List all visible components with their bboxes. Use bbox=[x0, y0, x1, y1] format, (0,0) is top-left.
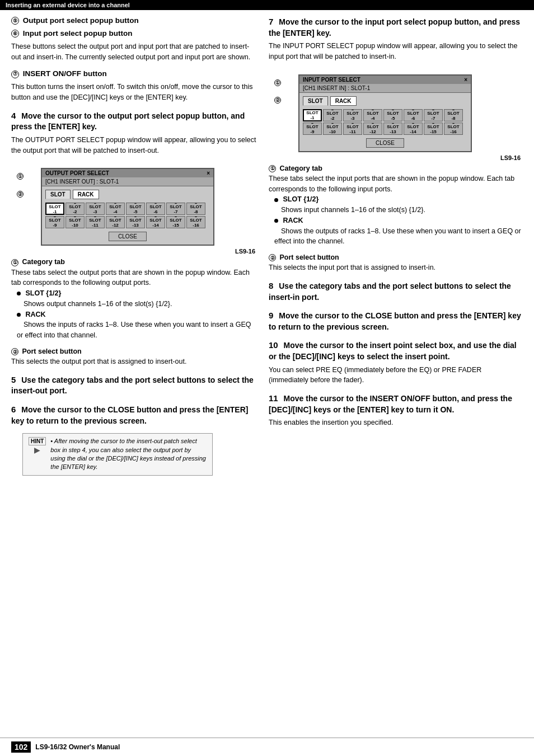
ls-label-out: LS9-16 bbox=[11, 248, 255, 255]
in-slot-btn-9[interactable]: SLOT-9 bbox=[303, 123, 322, 135]
in-slot-btn-15[interactable]: SLOT-15 bbox=[424, 123, 443, 135]
in-slot-btn-4[interactable]: SLOT-4 bbox=[363, 109, 382, 121]
step-4-num: 4 bbox=[11, 111, 16, 120]
bullet-dot-rack-in bbox=[274, 219, 278, 223]
in-slot-btn-12[interactable]: SLOT-12 bbox=[363, 123, 382, 135]
page-footer: 102 LS9-16/32 Owner's Manual bbox=[0, 738, 534, 756]
label-1: ① bbox=[17, 172, 25, 180]
slot-btn-1[interactable]: SLOT-1 bbox=[45, 203, 64, 215]
in-label-1: ① bbox=[274, 79, 283, 86]
step-7-main-num: 7 bbox=[269, 17, 273, 26]
slot-dot-4 bbox=[114, 203, 116, 204]
slot-dot-14 bbox=[154, 217, 157, 217]
step-11-num: 11 bbox=[269, 393, 278, 403]
in-slot-btn-2[interactable]: SLOT-2 bbox=[323, 109, 342, 121]
slot-btn-9[interactable]: SLOT-9 bbox=[45, 216, 64, 228]
popup-in-tab-rack[interactable]: RACK bbox=[330, 96, 357, 106]
slot-dot-6 bbox=[154, 203, 157, 204]
in-label-2: ② bbox=[274, 96, 283, 104]
in-slot-dot-3 bbox=[352, 110, 354, 110]
step-11-heading: 11 Move the cursor to the INSERT ON/OFF … bbox=[269, 392, 523, 415]
slot-btn-14[interactable]: SLOT-14 bbox=[146, 216, 165, 228]
slot-btn-2[interactable]: SLOT-2 bbox=[65, 203, 85, 215]
bullet-slot-body-out: Shows output channels 1–16 of the slot(s… bbox=[24, 300, 172, 308]
popup-in-tabs: SLOT RACK bbox=[303, 96, 467, 106]
slot-btn-3[interactable]: SLOT-3 bbox=[86, 203, 105, 215]
popup-out-close-btn[interactable]: CLOSE bbox=[109, 232, 147, 241]
in-slot-btn-3[interactable]: SLOT-3 bbox=[343, 109, 362, 121]
in-slot-dot-16 bbox=[452, 123, 455, 124]
slot-btn-4[interactable]: SLOT-4 bbox=[106, 203, 125, 215]
slot-dot-2 bbox=[74, 203, 76, 204]
bullet-slot-label-out: SLOT {1/2} bbox=[25, 289, 61, 297]
bullet-rack-label-out: RACK bbox=[25, 311, 45, 318]
port-select-in-heading: ② Port select button bbox=[269, 253, 523, 261]
in-slot-dot-2 bbox=[331, 110, 334, 110]
port-select-in-body: This selects the input port that is assi… bbox=[269, 262, 523, 273]
popup-out-close[interactable]: × bbox=[207, 170, 210, 176]
in-slot-btn-16[interactable]: SLOT-16 bbox=[444, 123, 463, 135]
in-slot-btn-6[interactable]: SLOT-6 bbox=[404, 109, 423, 121]
slot-btn-16[interactable]: SLOT-16 bbox=[186, 216, 205, 228]
bullet-slot-label-in: SLOT {1/2} bbox=[283, 195, 318, 203]
popup-out-tab-slot[interactable]: SLOT bbox=[45, 190, 71, 199]
popup-in-close[interactable]: × bbox=[464, 77, 467, 83]
circ-cat-out: ① bbox=[11, 259, 18, 266]
in-slot-btn-7[interactable]: SLOT-7 bbox=[424, 109, 443, 121]
popup-in-close-row: CLOSE bbox=[303, 138, 467, 148]
bullet-slot-in: SLOT {1/2} Shows input channels 1–16 of … bbox=[274, 194, 523, 215]
circle-6: ⑥ bbox=[11, 30, 19, 37]
bullet-rack-label-in: RACK bbox=[283, 217, 303, 224]
step-7-main-heading: 7 Move the cursor to the input port sele… bbox=[269, 16, 523, 39]
slot-dot-9 bbox=[54, 217, 56, 217]
step-4-item: 4 Move the cursor to the output port sel… bbox=[11, 110, 257, 156]
bullet-dot-slot-out bbox=[17, 292, 21, 295]
in-slot-btn-10[interactable]: SLOT-10 bbox=[323, 123, 342, 135]
in-slot-btn-11[interactable]: SLOT-11 bbox=[343, 123, 362, 135]
in-slot-dot-5 bbox=[392, 110, 394, 110]
slot-btn-15[interactable]: SLOT-15 bbox=[166, 216, 185, 228]
slot-btn-8[interactable]: SLOT-8 bbox=[186, 203, 205, 215]
footer-manual-label: LS9-16/32 Owner's Manual bbox=[35, 743, 120, 751]
bullet-dot-rack-out bbox=[17, 313, 21, 317]
slot-dot-3 bbox=[94, 203, 96, 204]
slot-dot-13 bbox=[134, 217, 137, 217]
slot-btn-6[interactable]: SLOT-6 bbox=[146, 203, 165, 215]
step-8-item: 8 Use the category tabs and the port sel… bbox=[269, 280, 523, 303]
slot-btn-12[interactable]: SLOT-12 bbox=[106, 216, 125, 228]
in-slot-dot-14 bbox=[412, 123, 414, 124]
port-select-in-item: ② Port select button This selects the in… bbox=[269, 253, 523, 273]
popup-out-window: OUTPUT PORT SELECT × [CH1 INSERT OUT] : … bbox=[41, 168, 214, 246]
slot-btn-10[interactable]: SLOT-10 bbox=[65, 216, 85, 228]
header-title: Inserting an external device into a chan… bbox=[6, 2, 130, 8]
port-select-out-item: ② Port select button This selects the ou… bbox=[11, 348, 257, 367]
slot-btn-5[interactable]: SLOT-5 bbox=[126, 203, 145, 215]
cat-tab-out-item: ① Category tab These tabs select the out… bbox=[11, 258, 257, 340]
step-10-num: 10 bbox=[269, 340, 278, 350]
slot-btn-11[interactable]: SLOT-11 bbox=[86, 216, 105, 228]
popup-in-slot-grid: SLOT-1 SLOT-2 SLOT-3 SLOT-4 SLOT-5 SLOT-… bbox=[303, 109, 467, 135]
hint-label-container: HINT ▶ bbox=[29, 437, 46, 454]
in-slot-dot-4 bbox=[372, 110, 374, 110]
popup-in-subtitle: [CH1 INSERT IN] : SLOT-1 bbox=[299, 84, 471, 93]
in-slot-btn-14[interactable]: SLOT-14 bbox=[404, 123, 423, 135]
slot-btn-7[interactable]: SLOT-7 bbox=[166, 203, 185, 215]
circ-port-out: ② bbox=[11, 348, 18, 355]
cat-tab-out-heading: ① Category tab bbox=[11, 258, 257, 266]
in-slot-btn-13[interactable]: SLOT-13 bbox=[383, 123, 402, 135]
popup-out-slot-grid: SLOT-1 SLOT-2 SLOT-3 SLOT-4 SLOT-5 SLOT-… bbox=[45, 203, 210, 228]
in-slot-btn-5[interactable]: SLOT-5 bbox=[383, 109, 402, 121]
slot-btn-13[interactable]: SLOT-13 bbox=[126, 216, 145, 228]
circ-2: ② bbox=[17, 191, 24, 198]
step-5-main-num: 5 bbox=[11, 375, 16, 384]
label-2: ② bbox=[17, 190, 25, 197]
bullet-dot-slot-in bbox=[274, 198, 278, 202]
in-slot-btn-8[interactable]: SLOT-8 bbox=[444, 109, 463, 121]
in-slot-btn-1[interactable]: SLOT-1 bbox=[303, 109, 322, 121]
popup-in-tab-slot[interactable]: SLOT bbox=[303, 96, 328, 106]
bullet-rack-out: RACK Shows the inputs of racks 1–8. Use … bbox=[17, 309, 257, 341]
popup-out-tab-rack[interactable]: RACK bbox=[73, 190, 99, 199]
step-5-main-heading: 5 Use the category tabs and the port sel… bbox=[11, 374, 257, 397]
slot-dot-12 bbox=[114, 217, 116, 217]
popup-in-close-btn[interactable]: CLOSE bbox=[366, 138, 404, 148]
